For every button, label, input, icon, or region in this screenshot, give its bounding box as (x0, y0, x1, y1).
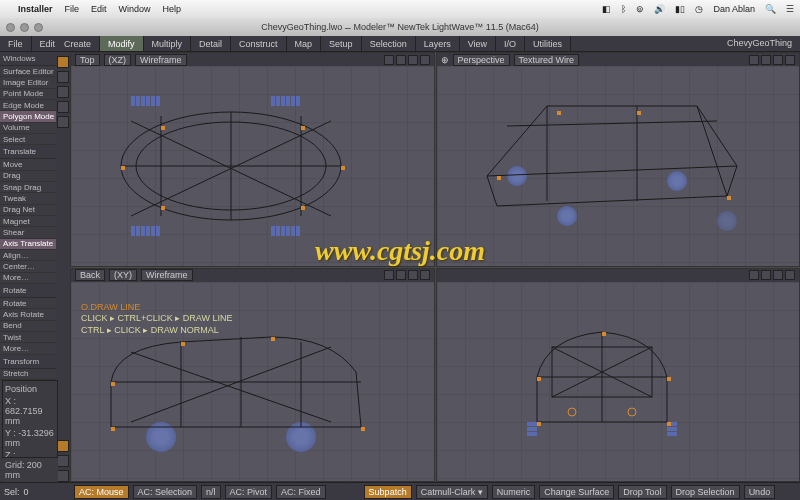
sidebar-edge-mode[interactable]: Edge Mode (0, 100, 56, 111)
sidebar-drag[interactable]: Drag (0, 171, 56, 182)
vp-move-icon[interactable] (384, 270, 394, 280)
sidebar-image-editor[interactable]: Image Editor (0, 77, 56, 88)
tab-multiply[interactable]: Multiply (144, 36, 192, 51)
notification-icon[interactable]: ☰ (786, 4, 794, 14)
menu-window[interactable]: Window (119, 4, 151, 14)
sidebar-select[interactable]: Select (0, 134, 56, 145)
close-icon[interactable] (6, 23, 15, 32)
sb-subpatch[interactable]: Subpatch (364, 485, 412, 499)
tab-utilities[interactable]: Utilities (525, 36, 571, 51)
tab-io[interactable]: I/O (496, 36, 525, 51)
sb-drop-tool[interactable]: Drop Tool (618, 485, 666, 499)
tab-construct[interactable]: Construct (231, 36, 287, 51)
sidebar-axis-translate[interactable]: Axis Translate (0, 239, 56, 250)
tab-create[interactable]: Create (56, 36, 100, 51)
sidebar-more2[interactable]: More… (0, 343, 56, 354)
vp-zoom-icon[interactable] (773, 270, 783, 280)
vp-move-icon[interactable] (384, 55, 394, 65)
sb-undo[interactable]: Undo (744, 485, 776, 499)
sidebar-move[interactable]: Move (0, 159, 56, 170)
status-reader-icon[interactable]: ◧ (602, 4, 611, 14)
vp-tl-name[interactable]: Top (75, 54, 100, 66)
vp-max-icon[interactable] (785, 270, 795, 280)
sidebar-center[interactable]: Center… (0, 261, 56, 272)
tab-view[interactable]: View (460, 36, 496, 51)
viewport-top[interactable]: Top (XZ) Wireframe (70, 52, 435, 267)
tab-map[interactable]: Map (287, 36, 322, 51)
sidebar-axis-rotate[interactable]: Axis Rotate (0, 309, 56, 320)
tool-btn-4[interactable] (57, 101, 69, 113)
vp-zoom-icon[interactable] (773, 55, 783, 65)
sidebar-more1[interactable]: More… (0, 273, 56, 284)
tab-modify[interactable]: Modify (100, 36, 144, 51)
menu-app[interactable]: Installer (18, 4, 53, 14)
tool-btn-b2[interactable] (57, 455, 69, 467)
vp-rotate-icon[interactable] (761, 55, 771, 65)
menu-edit[interactable]: Edit (91, 4, 107, 14)
sidebar-tweak[interactable]: Tweak (0, 193, 56, 204)
sidebar-point-mode[interactable]: Point Mode (0, 89, 56, 100)
tool-btn-b3[interactable] (57, 470, 69, 482)
minimize-icon[interactable] (20, 23, 29, 32)
vp-zoom-icon[interactable] (408, 55, 418, 65)
sidebar-magnet[interactable]: Magnet (0, 216, 56, 227)
menu-help[interactable]: Help (163, 4, 182, 14)
vp-max-icon[interactable] (420, 270, 430, 280)
sidebar-shear[interactable]: Shear (0, 227, 56, 238)
tool-btn-2[interactable] (57, 71, 69, 83)
menu-user[interactable]: Dan Ablan (713, 4, 755, 14)
sidebar-snapdrag[interactable]: Snap Drag (0, 182, 56, 193)
layer-name[interactable]: ChevyGeoThing (719, 36, 800, 51)
sidebar-dragnet[interactable]: Drag Net (0, 205, 56, 216)
sb-numeric[interactable]: Numeric (492, 485, 536, 499)
tool-btn-b1[interactable] (57, 440, 69, 452)
sb-ac-fixed[interactable]: AC: Fixed (276, 485, 326, 499)
sb-drop-selection[interactable]: Drop Selection (671, 485, 740, 499)
vp-bl-axes[interactable]: (XY) (109, 269, 137, 281)
sb-nl[interactable]: n/l (201, 485, 221, 499)
vp-max-icon[interactable] (785, 55, 795, 65)
vp-tl-mode[interactable]: Wireframe (135, 54, 187, 66)
vp-tr-mode[interactable]: Textured Wire (514, 54, 580, 66)
sidebar-surface-editor[interactable]: Surface Editor (0, 66, 56, 77)
vp-rotate-icon[interactable] (396, 270, 406, 280)
vp-bl-mode[interactable]: Wireframe (141, 269, 193, 281)
zoom-icon[interactable] (34, 23, 43, 32)
sb-change-surface[interactable]: Change Surface (539, 485, 614, 499)
sidebar-stretch[interactable]: Stretch (0, 369, 56, 380)
vp-bl-name[interactable]: Back (75, 269, 105, 281)
vp-move-icon[interactable] (749, 55, 759, 65)
vp-rotate-icon[interactable] (761, 270, 771, 280)
tab-selection[interactable]: Selection (362, 36, 416, 51)
viewport-perspective[interactable]: ⊕ Perspective Textured Wire (436, 52, 801, 267)
sb-ac-mouse[interactable]: AC: Mouse (74, 485, 129, 499)
viewport-back[interactable]: Back (XY) Wireframe O.DRAW LINE CLICK ▸ … (70, 268, 435, 483)
sidebar-bend[interactable]: Bend (0, 321, 56, 332)
vp-rotate-icon[interactable] (396, 55, 406, 65)
battery-icon[interactable]: ▮▯ (675, 4, 685, 14)
vp-max-icon[interactable] (420, 55, 430, 65)
vp-zoom-icon[interactable] (408, 270, 418, 280)
tool-btn-1[interactable] (57, 56, 69, 68)
tool-btn-3[interactable] (57, 86, 69, 98)
tab-setup[interactable]: Setup (321, 36, 362, 51)
volume-icon[interactable]: 🔊 (654, 4, 665, 14)
sidebar-polygon-mode[interactable]: Polygon Mode (0, 111, 56, 122)
bluetooth-icon[interactable]: ᛒ (621, 4, 626, 14)
spotlight-icon[interactable]: 🔍 (765, 4, 776, 14)
wifi-icon[interactable]: ⊚ (636, 4, 644, 14)
tab-detail[interactable]: Detail (191, 36, 231, 51)
vp-tl-axes[interactable]: (XZ) (104, 54, 132, 66)
clock-icon[interactable]: ◷ (695, 4, 703, 14)
sb-ac-selection[interactable]: AC: Selection (133, 485, 198, 499)
vp-tr-gizmo-icon[interactable]: ⊕ (441, 55, 449, 65)
sb-catmull[interactable]: Catmull-Clark ▾ (416, 485, 488, 499)
menu-file[interactable]: File (65, 4, 80, 14)
tool-btn-5[interactable] (57, 116, 69, 128)
sidebar-align[interactable]: Align… (0, 250, 56, 261)
sidebar-twist[interactable]: Twist (0, 332, 56, 343)
sidebar-volume[interactable]: Volume (0, 123, 56, 134)
vp-move-icon[interactable] (749, 270, 759, 280)
sidebar-rotate[interactable]: Rotate (0, 298, 56, 309)
vp-tr-name[interactable]: Perspective (453, 54, 510, 66)
